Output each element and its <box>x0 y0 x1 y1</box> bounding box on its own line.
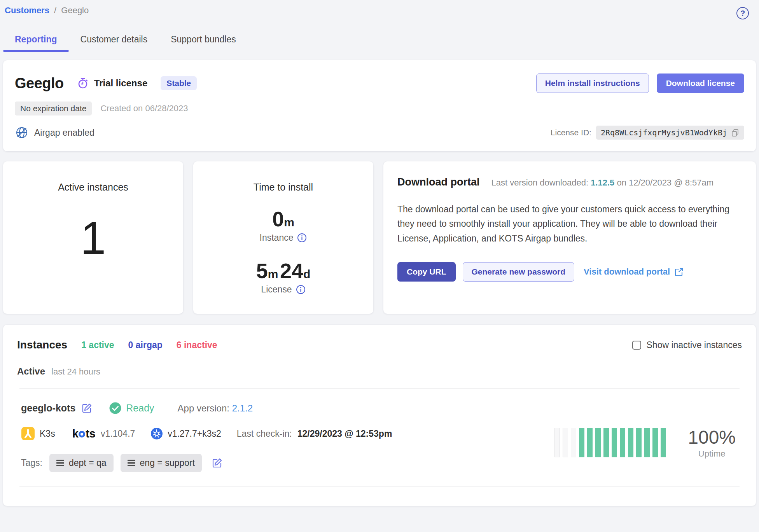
instances-card: Instances 1 active 0 airgap 6 inactive S… <box>3 325 756 506</box>
edit-instance-name-icon[interactable] <box>82 403 92 413</box>
active-section-label: Active <box>17 366 45 377</box>
channel-badge: Stable <box>161 76 197 90</box>
active-section-sublabel: last 24 hours <box>51 367 100 377</box>
distro: K3s <box>21 427 55 441</box>
copy-icon[interactable] <box>731 128 740 137</box>
breadcrumb: Customers / Geeglo <box>5 5 89 16</box>
tab-customer-details[interactable]: Customer details <box>69 30 159 52</box>
active-instances-value: 1 <box>3 212 183 264</box>
created-on-label: Created on 06/28/2023 <box>100 103 188 114</box>
edit-tags-icon[interactable] <box>212 458 222 468</box>
kots-logo-o <box>79 431 85 438</box>
tab-reporting[interactable]: Reporting <box>3 30 69 52</box>
last-checkin-label: Last check-in: <box>237 429 292 439</box>
instance-label: Instance <box>260 233 294 243</box>
tab-bar: Reporting Customer details Support bundl… <box>3 30 756 52</box>
instance-row: geeglo-kots <box>17 389 742 476</box>
license-label: License <box>261 284 292 295</box>
airgap-count: 0 airgap <box>128 340 163 350</box>
time-to-install-card: Time to install 0m Instance 5m 24d <box>193 161 373 314</box>
uptime-bar <box>612 428 617 457</box>
tag-pill: dept = qa <box>49 454 114 472</box>
help-icon[interactable]: ? <box>736 7 749 19</box>
uptime-bar <box>587 428 593 457</box>
download-portal-title: Download portal <box>397 176 480 188</box>
customer-name: Geeglo <box>15 75 64 92</box>
check-circle-icon <box>109 402 121 414</box>
uptime-bar <box>563 428 568 457</box>
tag-icon <box>56 460 64 466</box>
active-count: 1 active <box>81 340 114 350</box>
airgap-label: Airgap enabled <box>34 128 94 138</box>
tags-label: Tags: <box>21 458 42 468</box>
generate-new-password-button[interactable]: Generate new password <box>463 262 575 282</box>
app-version-label: App version: <box>178 403 229 413</box>
instance-status: Ready <box>109 402 154 414</box>
kubernetes-version: v1.27.7+k3s2 <box>150 427 221 440</box>
stats-row: Active instances 1 Time to install 0m In… <box>3 161 756 314</box>
uptime-bar <box>554 428 560 457</box>
tab-support-bundles[interactable]: Support bundles <box>159 30 248 52</box>
customer-reporting-page: Customers / Geeglo ? Reporting Customer … <box>0 0 759 506</box>
license-id-label: License ID: <box>551 128 591 137</box>
uptime-label: Uptime <box>688 449 736 459</box>
last-version-downloaded: Last version downloaded: 1.12.5 on 12/20… <box>491 178 714 188</box>
license-id-value: 2Rq8WLcsjfxqrMysjvB1WodYkBj <box>601 128 727 137</box>
uptime-bar <box>595 428 601 457</box>
uptime-bar <box>636 428 642 457</box>
info-icon[interactable] <box>296 285 306 294</box>
external-link-icon <box>674 267 684 277</box>
visit-download-portal-link[interactable]: Visit download portal <box>584 267 684 277</box>
tag-pill: eng = support <box>121 454 202 472</box>
kots-logo: kts <box>72 427 95 440</box>
instance-status-label: Ready <box>126 402 154 414</box>
show-inactive-toggle[interactable]: Show inactive instances <box>632 340 742 350</box>
download-portal-card: Download portal Last version downloaded:… <box>383 161 756 314</box>
instances-title: Instances <box>17 339 67 351</box>
expiration-badge: No expiration date <box>15 102 92 116</box>
active-instances-title: Active instances <box>3 182 183 193</box>
uptime-bar <box>571 428 576 457</box>
inactive-count: 6 inactive <box>177 340 217 350</box>
breadcrumb-customers-link[interactable]: Customers <box>5 5 49 15</box>
top-bar: Customers / Geeglo ? <box>3 0 756 19</box>
uptime-bar <box>579 428 584 457</box>
uptime-bar <box>652 428 658 457</box>
k3s-icon <box>21 427 35 441</box>
kubernetes-version-label: v1.27.7+k3s2 <box>168 429 221 439</box>
license-type-label: Trial license <box>94 78 147 89</box>
license-type: Trial license <box>77 77 147 89</box>
kots-version: v1.104.7 <box>101 429 135 439</box>
download-portal-description: The download portal can be used to give … <box>397 202 742 246</box>
show-inactive-checkbox[interactable] <box>632 341 641 350</box>
info-icon[interactable] <box>297 233 307 243</box>
instance-name: geeglo-kots <box>21 402 75 414</box>
active-instances-card: Active instances 1 <box>3 161 183 314</box>
time-to-install-license-value: 5m 24d <box>193 259 373 283</box>
uptime-bar <box>661 428 666 457</box>
license-summary-card: Geeglo Trial license Stable Helm install… <box>3 60 756 151</box>
uptime-bar <box>644 428 650 457</box>
last-version-link[interactable]: 1.12.5 <box>591 178 614 187</box>
kubernetes-icon <box>150 427 163 440</box>
uptime-bars <box>554 428 666 457</box>
airgap-status: Airgap enabled <box>15 126 94 140</box>
app-version-link[interactable]: 2.1.2 <box>232 403 253 413</box>
breadcrumb-current: Geeglo <box>61 5 89 15</box>
breadcrumb-separator: / <box>54 5 56 15</box>
stopwatch-icon <box>77 77 89 89</box>
uptime-bar <box>628 428 633 457</box>
download-license-button[interactable]: Download license <box>657 74 744 93</box>
show-inactive-label: Show inactive instances <box>647 340 742 350</box>
uptime-bar <box>603 428 609 457</box>
license-id: License ID: 2Rq8WLcsjfxqrMysjvB1WodYkBj <box>551 126 744 140</box>
helm-install-instructions-button[interactable]: Helm install instructions <box>536 74 649 93</box>
airgap-globe-icon <box>15 126 29 140</box>
last-checkin-value: 12/29/2023 @ 12:53pm <box>297 429 392 439</box>
time-to-install-instance-value: 0m <box>193 207 373 231</box>
distro-label: K3s <box>40 429 55 439</box>
tag-icon <box>128 460 135 466</box>
copy-url-button[interactable]: Copy URL <box>397 262 456 282</box>
uptime-value: 100% <box>688 427 736 448</box>
uptime-section: 100% Uptime <box>554 402 740 472</box>
